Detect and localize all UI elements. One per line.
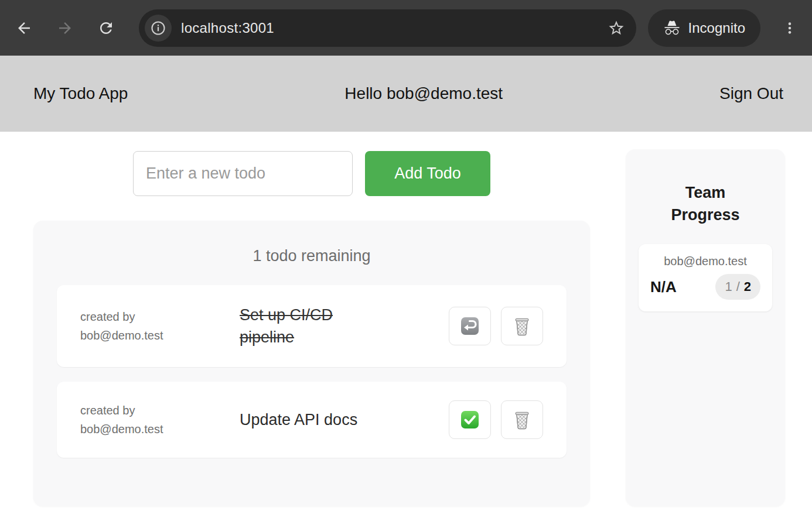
info-icon [150, 20, 166, 36]
creator-email: bob@demo.test [80, 420, 240, 438]
incognito-label: Incognito [688, 20, 745, 36]
mark-complete-button[interactable] [449, 400, 491, 439]
todo-text: Set up CI/CD pipeline [240, 304, 374, 348]
todo-item-open: created by bob@demo.test Update API docs [57, 382, 567, 458]
team-progress-title: Team Progress [656, 181, 755, 226]
back-button[interactable] [15, 19, 33, 37]
app-header: My Todo App Hello bob@demo.test Sign Out [0, 56, 812, 132]
remaining-count-text: 1 todo remaining [57, 246, 567, 266]
todo-item-completed: created by bob@demo.test Set up CI/CD pi… [57, 285, 567, 367]
new-todo-input[interactable] [133, 151, 353, 196]
todo-composer: Add Todo [33, 151, 590, 196]
todo-list-card: 1 todo remaining created by bob@demo.tes… [33, 221, 590, 506]
browser-toolbar: localhost:3001 Incognito [0, 0, 812, 56]
delete-todo-button[interactable] [501, 307, 543, 345]
creator-info: created by bob@demo.test [80, 401, 240, 438]
three-dots-icon [782, 20, 797, 36]
sign-out-button[interactable]: Sign Out [719, 84, 783, 103]
total-count: 2 [744, 279, 751, 294]
forward-button[interactable] [56, 19, 74, 37]
completed-count: 1 [725, 279, 732, 294]
member-status: N/A [650, 278, 677, 296]
member-email: bob@demo.test [650, 255, 760, 268]
todo-actions [449, 307, 543, 345]
team-progress-sidebar: Team Progress bob@demo.test N/A 1 / 2 [626, 149, 785, 506]
undo-complete-button[interactable] [449, 307, 491, 345]
todo-actions [449, 400, 543, 439]
site-info-button[interactable] [145, 15, 172, 42]
page-content: Add Todo 1 todo remaining created by bob… [0, 132, 812, 506]
reload-icon [97, 19, 115, 37]
user-greeting: Hello bob@demo.test [344, 84, 503, 103]
incognito-icon [663, 19, 681, 37]
team-progress-card: Team Progress bob@demo.test N/A 1 / 2 [626, 149, 785, 506]
star-icon [608, 19, 625, 37]
address-bar[interactable]: localhost:3001 [139, 9, 636, 47]
created-by-label: created by [80, 401, 240, 420]
todo-text: Update API docs [240, 409, 374, 431]
undo-icon [459, 316, 480, 337]
browser-menu-button[interactable] [780, 19, 799, 37]
team-member-card: bob@demo.test N/A 1 / 2 [639, 244, 772, 311]
bookmark-button[interactable] [607, 19, 626, 37]
todo-main-column: Add Todo 1 todo remaining created by bob… [33, 149, 590, 506]
url-text[interactable]: localhost:3001 [181, 20, 607, 36]
creator-info: created by bob@demo.test [80, 307, 240, 345]
count-separator: / [736, 279, 740, 294]
member-progress-badge: 1 / 2 [715, 274, 760, 300]
check-icon [459, 409, 480, 430]
reload-button[interactable] [97, 19, 115, 37]
wastebasket-icon [511, 409, 533, 430]
incognito-badge: Incognito [648, 9, 760, 47]
delete-todo-button[interactable] [501, 400, 543, 439]
created-by-label: created by [80, 307, 240, 326]
forward-arrow-icon [56, 19, 74, 37]
member-stats-row: N/A 1 / 2 [650, 274, 760, 300]
wastebasket-icon [511, 316, 533, 337]
add-todo-button[interactable]: Add Todo [365, 151, 490, 196]
app-title: My Todo App [33, 84, 128, 103]
back-arrow-icon [15, 19, 33, 37]
creator-email: bob@demo.test [80, 326, 240, 345]
